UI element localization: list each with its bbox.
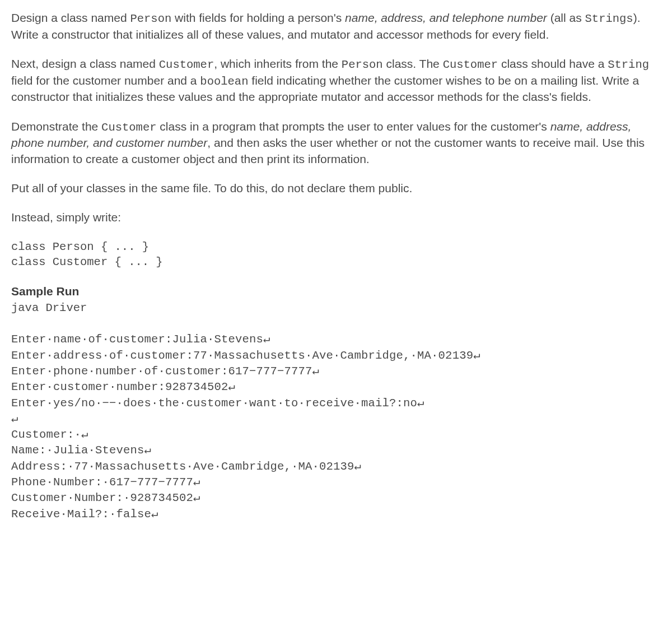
code-block-classes: class Person { ... } class Customer { ..… [11, 239, 661, 270]
text: field for the customer number and a [11, 74, 200, 87]
text: class should have a [498, 57, 608, 70]
sample-run-label: Sample Run [11, 285, 79, 298]
paragraph-5: Instead, simply write: [11, 210, 661, 225]
code-strings: Strings [585, 12, 633, 25]
italic-fields: name, address, and telephone number [345, 11, 547, 24]
text: with fields for holding a person's [171, 11, 345, 24]
text: class in a program that prompts the user… [157, 120, 550, 133]
text: Next, design a class named [11, 57, 159, 70]
code-boolean: boolean [200, 75, 248, 88]
paragraph-3: Demonstrate the Customer class in a prog… [11, 119, 661, 167]
code-string: String [608, 58, 649, 71]
code-customer: Customer [159, 58, 214, 71]
paragraph-1: Design a class named Person with fields … [11, 10, 661, 43]
sample-run-command: java Driver [11, 301, 87, 314]
text: (all as [547, 11, 585, 24]
sample-run-header: Sample Run java Driver [11, 284, 661, 316]
text: , which inherits from the [214, 57, 342, 70]
paragraph-2: Next, design a class named Customer, whi… [11, 56, 661, 105]
code-person: Person [130, 12, 171, 25]
text: Design a class named [11, 11, 130, 24]
code-customer: Customer [443, 58, 498, 71]
sample-run-output: Enter·name·of·customer:Julia·Stevens↵ En… [11, 332, 661, 522]
code-person: Person [342, 58, 383, 71]
text: Demonstrate the [11, 120, 101, 133]
paragraph-4: Put all of your classes in the same file… [11, 180, 661, 196]
text: class. The [383, 57, 443, 70]
code-customer: Customer [101, 121, 156, 134]
